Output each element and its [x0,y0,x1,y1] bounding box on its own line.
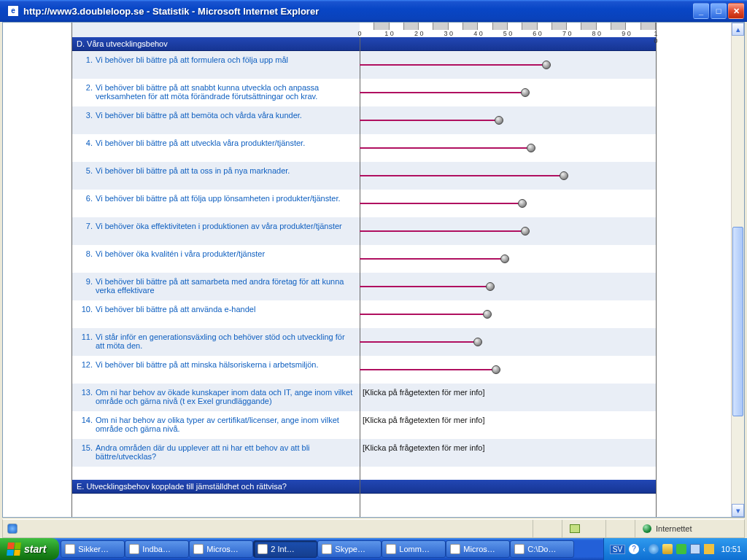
question-number: 14. [80,416,96,435]
question-text-link[interactable]: Om ni har behov av ökade kunskaper inom … [96,388,355,407]
value-knob [473,338,482,346]
scroll-up-button[interactable]: ▴ [732,23,744,36]
question-text-link[interactable]: Vi behöver bli bättre på att använda e-h… [96,305,355,324]
status-zone-blank2 [605,520,635,537]
question-text-link[interactable]: Andra områden där du upplever att ni har… [96,443,355,462]
question-text-link[interactable]: Vi behöver öka kvalitén i våra produkter… [96,249,355,268]
question-cell: 13.Om ni har behov av ökade kunskaper in… [72,384,360,411]
question-text-link[interactable]: Vi behöver bli bättre på att minska häls… [96,360,355,379]
tray-monitor-icon[interactable] [690,544,700,554]
question-text-link[interactable]: Vi behöver öka effektiviteten i produkti… [96,222,355,241]
tick-label: 5 0 [503,30,513,37]
task-button[interactable]: Indba… [125,540,189,558]
question-row: 14.Om ni har behov av olika typer av cer… [72,411,656,439]
value-bar [360,341,478,343]
question-text-link[interactable]: Vi behöver bli bättre på att samarbeta m… [96,277,355,296]
question-text-link[interactable]: Vi behöver bli bättre på att snabbt kunn… [96,83,355,102]
question-row: 2.Vi behöver bli bättre på att snabbt ku… [72,79,656,106]
security-zone[interactable]: Internettet [635,520,744,537]
section-d-header: D. Våra utvecklingsbehov [72,37,656,51]
question-number: 13. [80,388,96,407]
tick-label: 2 0 [414,30,424,37]
task-label: Skype… [335,545,365,553]
value-bar [360,64,546,66]
value-bar [360,203,522,204]
scroll-down-button[interactable]: ▾ [732,504,744,517]
maximize-button[interactable]: □ [711,3,727,19]
task-button[interactable]: Skype… [317,540,382,558]
tray-volume-icon[interactable] [662,544,673,554]
scale-axis: 01 02 03 04 05 06 07 08 09 01 0 [360,23,656,37]
tray-antivirus-icon[interactable] [676,544,686,554]
question-number: 3. [80,111,96,130]
task-label: Sikker… [78,545,109,553]
value-knob [560,171,568,180]
system-tray[interactable]: SV ? ‹ 10:51 [603,538,747,560]
value-cell [360,134,656,162]
question-number: 7. [80,222,96,241]
value-cell [360,217,656,245]
task-button[interactable]: 2 Int… [253,540,317,558]
vertical-scrollbar[interactable]: ▴ ▾ [731,23,744,517]
question-row: 4.Vi behöver bli bättre på att utveckla … [72,134,656,162]
question-row: 5.Vi behöver bli bättre på att ta oss in… [72,162,656,190]
minimize-button[interactable]: _ [693,3,709,19]
task-label: 2 Int… [271,545,294,553]
tray-device-icon[interactable] [704,544,714,554]
question-cell: 3.Vi behöver bli bättre på att bemöta oc… [72,106,360,134]
task-app-icon [322,544,332,554]
value-cell: [Klicka på frågetexten för mer info] [360,384,656,411]
question-cell: 2.Vi behöver bli bättre på att snabbt ku… [72,79,360,106]
tick-label: 9 0 [622,30,631,37]
tray-expand-icon[interactable]: ‹ [643,545,645,553]
task-label: Micros… [206,545,238,553]
language-indicator[interactable]: SV [610,545,625,554]
tick-label: 1 0 [654,30,657,44]
task-button[interactable]: Micros… [189,540,253,558]
section-e-header: E. Utvecklingsbehov kopplade till jämstä… [72,480,656,494]
task-button[interactable]: Micros… [446,540,510,558]
question-number: 6. [80,194,96,213]
clock[interactable]: 10:51 [718,545,741,553]
question-row: 1.Vi behöver bli bättre på att formulera… [72,51,656,79]
windows-logo-icon [7,542,21,556]
question-text-link[interactable]: Vi behöver bli bättre på att formulera o… [96,55,355,74]
task-app-icon [258,544,268,554]
close-button[interactable]: ✕ [728,3,744,19]
tick-label: 7 0 [562,30,572,37]
status-zone-popup [562,520,605,537]
question-text-link[interactable]: Vi står inför en generationsväxling och … [96,332,355,351]
question-text-link[interactable]: Vi behöver bli bättre på att följa upp l… [96,194,355,213]
question-cell: 9.Vi behöver bli bättre på att samarbeta… [72,273,360,300]
task-app-icon [129,544,139,554]
value-cell [360,79,656,106]
task-button[interactable]: Lomm… [382,540,446,558]
ie-app-icon: e [7,5,19,17]
question-text-link[interactable]: Vi behöver bli bättre på att ta oss in p… [96,166,355,185]
question-row: 7.Vi behöver öka effektiviteten i produk… [72,217,656,245]
question-text-link[interactable]: Vi behöver bli bättre på att bemöta och … [96,111,355,130]
question-number: 2. [80,83,96,102]
zone-label: Internettet [656,524,692,533]
question-number: 12. [80,360,96,379]
scroll-thumb[interactable] [732,227,743,416]
question-cell: 12.Vi behöver bli bättre på att minska h… [72,356,360,384]
task-app-icon [514,544,525,554]
value-cell [360,162,656,190]
question-number: 5. [80,166,96,185]
question-row: 11.Vi står inför en generationsväxling o… [72,328,656,356]
window-titlebar: e http://www3.doubleloop.se - Statistik … [0,0,747,22]
task-button[interactable]: Sikker… [61,540,125,558]
tray-help-icon[interactable]: ? [629,544,639,554]
question-text-link[interactable]: Vi behöver bli bättre på att utveckla vå… [96,139,355,158]
value-knob [521,227,530,236]
start-button[interactable]: start [0,538,59,560]
question-number: 11. [80,332,96,351]
task-button[interactable]: C:\Do… [510,540,574,558]
question-row: 10.Vi behöver bli bättre på att använda … [72,300,656,328]
ie-status-icon [7,524,18,534]
tray-network-icon[interactable] [649,544,659,554]
question-text-link[interactable]: Om ni har behov av olika typer av certif… [96,416,355,435]
info-prompt: [Klicka på frågetexten för mer info] [363,416,485,424]
value-knob [500,254,509,263]
